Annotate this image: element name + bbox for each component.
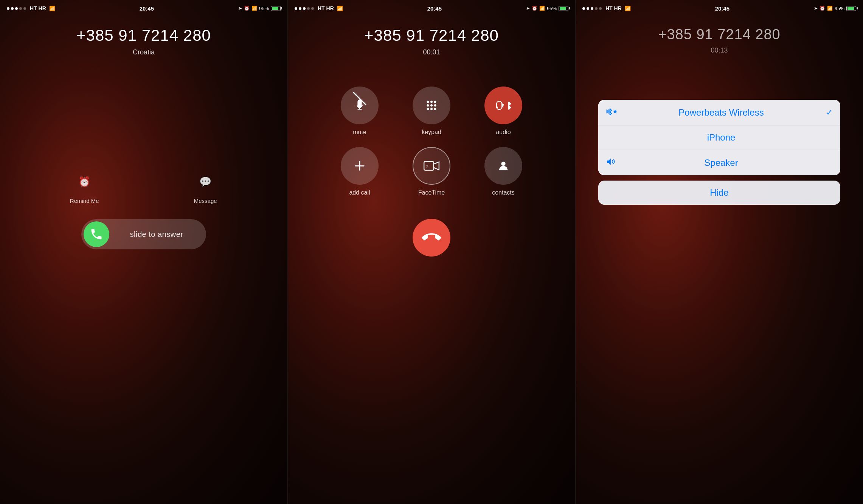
contacts-icon bbox=[497, 159, 510, 173]
signal-dot-7 bbox=[299, 7, 301, 10]
audio-options-menu: ★ Powerbeats Wireless ✓ iPhone Speaker bbox=[598, 100, 840, 175]
facetime-icon-circle: ? bbox=[413, 147, 450, 185]
mute-icon-circle bbox=[341, 87, 379, 124]
powerbeats-label: Powerbeats Wireless bbox=[621, 107, 821, 118]
background bbox=[0, 0, 287, 504]
status-bar-left-2: HT HR 📶 bbox=[295, 5, 343, 11]
speaker-label: Speaker bbox=[621, 158, 821, 168]
audio-option-iphone[interactable]: iPhone bbox=[598, 125, 840, 150]
iphone-label: iPhone bbox=[621, 132, 821, 143]
battery-fill-1 bbox=[272, 7, 279, 10]
hide-button[interactable]: Hide bbox=[598, 181, 840, 205]
signal-dot-1 bbox=[7, 7, 9, 10]
remind-me-label: Remind Me bbox=[70, 198, 99, 204]
keypad-button[interactable]: keypad bbox=[401, 87, 462, 136]
battery-percent-1: 95% bbox=[259, 6, 269, 11]
phone-number-2: +385 91 7214 280 bbox=[288, 26, 575, 45]
battery-container-2 bbox=[559, 6, 568, 11]
message-label: Message bbox=[194, 198, 217, 204]
add-call-button[interactable]: add call bbox=[329, 147, 390, 196]
signal-dot-10 bbox=[311, 7, 314, 10]
contacts-button[interactable]: contacts bbox=[473, 147, 534, 196]
signal-dot-15 bbox=[599, 7, 602, 10]
contacts-label: contacts bbox=[492, 189, 515, 196]
battery-box-1 bbox=[271, 6, 281, 11]
svg-point-1 bbox=[430, 100, 433, 103]
svg-text:★: ★ bbox=[613, 108, 617, 114]
battery-percent-3: 95% bbox=[835, 6, 844, 11]
signal-dot-4 bbox=[19, 7, 22, 10]
facetime-icon: ? bbox=[424, 159, 439, 172]
battery-fill-2 bbox=[560, 7, 567, 10]
bt-icon-3: 📶 bbox=[827, 6, 833, 11]
gps-icon-1: ➤ bbox=[238, 6, 242, 11]
powerbeats-check: ✓ bbox=[821, 108, 833, 117]
bt-icon-1: 📶 bbox=[251, 6, 257, 11]
signal-dot-13 bbox=[591, 7, 593, 10]
hide-label: Hide bbox=[710, 187, 728, 198]
remind-me-icon: ⏰ bbox=[72, 170, 96, 194]
time-2: 20:45 bbox=[427, 5, 442, 12]
phone-screen-incoming: HT HR 📶 20:45 ➤ ⏰ 📶 95% +385 91 7214 280… bbox=[0, 0, 287, 504]
mute-button[interactable]: mute bbox=[329, 87, 390, 136]
speaker-audio-icon bbox=[606, 157, 621, 169]
speaker-icon bbox=[606, 157, 617, 167]
gps-icon-2: ➤ bbox=[526, 6, 530, 11]
battery-container-1 bbox=[271, 6, 281, 11]
phone-number-1: +385 91 7214 280 bbox=[0, 26, 287, 45]
svg-point-0 bbox=[427, 100, 429, 103]
signal-dot-14 bbox=[595, 7, 598, 10]
status-bar-left-3: HT HR 📶 bbox=[582, 5, 631, 11]
add-call-label: add call bbox=[349, 189, 370, 196]
battery-container-3 bbox=[846, 6, 856, 11]
audio-button[interactable]: audio bbox=[473, 87, 534, 136]
svg-point-5 bbox=[434, 104, 436, 107]
audio-option-speaker[interactable]: Speaker bbox=[598, 150, 840, 175]
status-bar-3: HT HR 📶 20:45 ➤ ⏰ 📶 95% bbox=[576, 0, 863, 15]
end-call-icon bbox=[422, 228, 441, 247]
status-bar-right-1: ➤ ⏰ 📶 95% bbox=[238, 6, 281, 11]
remind-me-button[interactable]: ⏰ Remind Me bbox=[70, 170, 99, 204]
speaker-bt-icon: ★ bbox=[606, 107, 617, 116]
status-bar-right-2: ➤ ⏰ 📶 95% bbox=[526, 6, 568, 11]
facetime-label: FaceTime bbox=[418, 189, 445, 196]
call-buttons-grid: mute keypad bbox=[326, 87, 537, 196]
carrier-text-2: HT HR bbox=[318, 5, 334, 11]
status-bar-left-1: HT HR 📶 bbox=[7, 5, 55, 11]
slide-to-answer[interactable]: slide to answer bbox=[81, 219, 206, 249]
time-1: 20:45 bbox=[140, 5, 154, 12]
message-icon: 💬 bbox=[193, 170, 217, 194]
audio-label: audio bbox=[496, 129, 511, 136]
signal-dot-9 bbox=[307, 7, 310, 10]
alarm-icon-3: ⏰ bbox=[820, 6, 825, 11]
facetime-button[interactable]: ? FaceTime bbox=[401, 147, 462, 196]
alarm-icon-1: ⏰ bbox=[244, 6, 250, 11]
phone-screen-audio-menu: HT HR 📶 20:45 ➤ ⏰ 📶 95% +385 91 7214 280… bbox=[576, 0, 863, 504]
svg-point-4 bbox=[430, 104, 433, 107]
slide-to-answer-text: slide to answer bbox=[109, 230, 204, 239]
status-bar-2: HT HR 📶 20:45 ➤ ⏰ 📶 95% bbox=[288, 0, 575, 15]
status-bar-right-3: ➤ ⏰ 📶 95% bbox=[814, 6, 856, 11]
sub-label-2: 00:01 bbox=[288, 48, 575, 56]
keypad-icon bbox=[425, 99, 438, 112]
svg-text:?: ? bbox=[426, 164, 428, 169]
phone-number-3: +385 91 7214 280 bbox=[576, 26, 863, 43]
message-button[interactable]: 💬 Message bbox=[193, 170, 217, 204]
keypad-icon-circle bbox=[413, 87, 450, 124]
mute-label: mute bbox=[353, 129, 366, 136]
svg-point-16 bbox=[501, 162, 505, 166]
carrier-text-3: HT HR bbox=[605, 5, 622, 11]
signal-dot-8 bbox=[303, 7, 306, 10]
signal-dot-5 bbox=[23, 7, 26, 10]
battery-percent-2: 95% bbox=[547, 6, 557, 11]
keypad-label: keypad bbox=[422, 129, 441, 136]
audio-option-powerbeats[interactable]: ★ Powerbeats Wireless ✓ bbox=[598, 100, 840, 125]
end-call-button[interactable] bbox=[413, 219, 450, 257]
svg-point-7 bbox=[430, 108, 433, 110]
status-bar-1: HT HR 📶 20:45 ➤ ⏰ 📶 95% bbox=[0, 0, 287, 15]
battery-box-2 bbox=[559, 6, 568, 11]
wifi-icon-2: 📶 bbox=[337, 6, 343, 11]
audio-icon-circle bbox=[484, 87, 522, 124]
sub-label-1: Croatia bbox=[0, 48, 287, 56]
signal-dot-3 bbox=[15, 7, 18, 10]
